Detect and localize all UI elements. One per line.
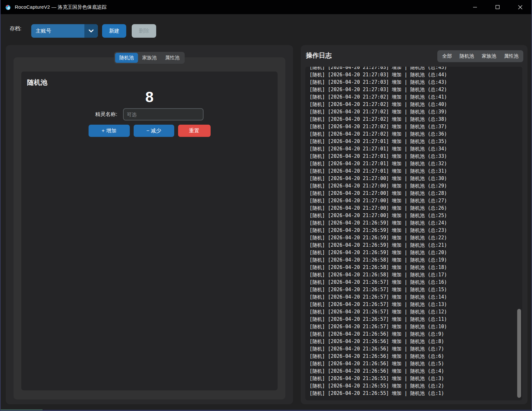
log-line: [随机] [2026-04-20 21:26:56] 增加 | 随机池 (总:6… [309, 353, 522, 360]
log-line: [随机] [2026-04-20 21:27:03] 增加 | 随机池 (总:4… [309, 67, 522, 71]
pool-tab-bar: 随机池家族池属性池 [114, 52, 185, 64]
log-line: [随机] [2026-04-20 21:27:01] 增加 | 随机池 (总:3… [309, 153, 522, 160]
log-line: [随机] [2026-04-20 21:26:57] 增加 | 随机池 (总:1… [309, 323, 522, 330]
filter-family-pool[interactable]: 家族池 [478, 51, 500, 61]
maximize-button[interactable] [486, 0, 509, 14]
pool-card-title: 随机池 [27, 78, 47, 87]
log-line: [随机] [2026-04-20 21:26:55] 增加 | 随机池 (总:1… [309, 390, 522, 397]
chevron-down-icon [84, 24, 98, 38]
pool-tab-frame: 随机池 8 精灵名称: + 增加 − 减少 重置 [14, 57, 285, 399]
log-line: [随机] [2026-04-20 21:27:03] 增加 | 随机池 (总:4… [309, 79, 522, 86]
log-filter-bar: 全部随机池家族池属性池 [437, 50, 523, 62]
log-line: [随机] [2026-04-20 21:27:00] 增加 | 随机池 (总:2… [309, 182, 522, 190]
log-line: [随机] [2026-04-20 21:27:02] 增加 | 随机池 (总:3… [309, 116, 522, 123]
log-line: [随机] [2026-04-20 21:26:56] 增加 | 随机池 (总:8… [309, 338, 522, 345]
log-line: [随机] [2026-04-20 21:26:56] 增加 | 随机池 (总:5… [309, 360, 522, 368]
decrease-button[interactable]: − 减少 [134, 125, 174, 137]
tab-family-pool[interactable]: 家族池 [138, 53, 161, 63]
log-line: [随机] [2026-04-20 21:26:57] 增加 | 随机池 (总:1… [309, 301, 522, 308]
log-line: [随机] [2026-04-20 21:27:03] 增加 | 随机池 (总:4… [309, 71, 522, 79]
sprite-name-label: 精灵名称: [95, 111, 117, 118]
log-line: [随机] [2026-04-20 21:26:56] 增加 | 随机池 (总:4… [309, 368, 522, 375]
log-title: 操作日志 [306, 51, 332, 60]
log-line: [随机] [2026-04-20 21:27:00] 增加 | 随机池 (总:2… [309, 190, 522, 197]
filter-random-pool[interactable]: 随机池 [456, 51, 478, 61]
log-line: [随机] [2026-04-20 21:26:57] 增加 | 随机池 (总:1… [309, 316, 522, 323]
new-archive-button[interactable]: 新建 [102, 24, 126, 38]
pool-panel: 随机池家族池属性池 随机池 8 精灵名称: + 增加 − 减少 重置 [6, 45, 293, 404]
reset-button[interactable]: 重置 [178, 125, 211, 137]
log-line: [随机] [2026-04-20 21:26:58] 增加 | 随机池 (总:1… [309, 264, 522, 271]
log-line: [随机] [2026-04-20 21:27:01] 增加 | 随机池 (总:3… [309, 138, 522, 145]
archive-select[interactable]: 主账号 [31, 24, 98, 38]
log-line: [随机] [2026-04-20 21:26:58] 增加 | 随机池 (总:1… [309, 256, 522, 264]
pool-counter: 8 [21, 88, 278, 106]
random-pool-card: 随机池 8 精灵名称: + 增加 − 减少 重置 [21, 72, 278, 390]
taskbar-edge-artifact [1, 409, 43, 410]
log-line: [随机] [2026-04-20 21:27:02] 增加 | 随机池 (总:3… [309, 108, 522, 116]
tab-attribute-pool[interactable]: 属性池 [161, 53, 184, 63]
log-line: [随机] [2026-04-20 21:26:57] 增加 | 随机池 (总:1… [309, 286, 522, 293]
window-bottom-border [1, 410, 531, 410]
log-line: [随机] [2026-04-20 21:26:59] 增加 | 随机池 (总:2… [309, 242, 522, 249]
log-area[interactable]: [随机] [2026-04-20 21:27:03] 增加 | 随机池 (总:4… [305, 67, 522, 400]
log-line: [随机] [2026-04-20 21:27:01] 增加 | 随机池 (总:3… [309, 145, 522, 153]
log-line: [随机] [2026-04-20 21:27:01] 增加 | 随机池 (总:3… [309, 160, 522, 167]
minimize-button[interactable] [464, 0, 486, 14]
log-line: [随机] [2026-04-20 21:27:00] 增加 | 随机池 (总:2… [309, 197, 522, 205]
sprite-name-row: 精灵名称: [21, 108, 278, 120]
scrollbar-thumb[interactable] [517, 309, 521, 398]
log-line: [随机] [2026-04-20 21:27:03] 增加 | 随机池 (总:4… [309, 86, 522, 93]
log-line: [随机] [2026-04-20 21:26:57] 增加 | 随机池 (总:1… [309, 279, 522, 286]
log-line: [随机] [2026-04-20 21:27:00] 增加 | 随机池 (总:2… [309, 212, 522, 219]
tab-random-pool[interactable]: 随机池 [115, 53, 138, 63]
delete-archive-button[interactable]: 删除 [132, 24, 156, 38]
log-line: [随机] [2026-04-20 21:27:00] 增加 | 随机池 (总:3… [309, 175, 522, 182]
log-line: [随机] [2026-04-20 21:26:59] 增加 | 随机池 (总:2… [309, 234, 522, 242]
archive-select-value: 主账号 [31, 28, 84, 34]
log-line: [随机] [2026-04-20 21:27:02] 增加 | 随机池 (总:3… [309, 130, 522, 138]
log-line: [随机] [2026-04-20 21:27:02] 增加 | 随机池 (总:4… [309, 101, 522, 108]
log-line: [随机] [2026-04-20 21:26:56] 增加 | 随机池 (总:7… [309, 345, 522, 353]
log-line: [随机] [2026-04-20 21:27:01] 增加 | 随机池 (总:3… [309, 167, 522, 175]
sprite-name-input[interactable] [123, 108, 204, 120]
log-line: [随机] [2026-04-20 21:26:59] 增加 | 随机池 (总:2… [309, 219, 522, 227]
log-line: [随机] [2026-04-20 21:26:59] 增加 | 随机池 (总:2… [309, 227, 522, 234]
log-lines: [随机] [2026-04-20 21:27:03] 增加 | 随机池 (总:4… [305, 67, 522, 397]
log-line: [随机] [2026-04-20 21:26:57] 增加 | 随机池 (总:1… [309, 308, 522, 316]
archive-toolbar: 存档: 主账号 新建 删除 [1, 21, 531, 40]
window-controls [464, 0, 531, 14]
log-line: [随机] [2026-04-20 21:26:55] 增加 | 随机池 (总:2… [309, 382, 522, 390]
log-line: [随机] [2026-04-20 21:26:59] 增加 | 随机池 (总:2… [309, 249, 522, 256]
close-button[interactable] [509, 0, 531, 14]
log-line: [随机] [2026-04-20 21:26:58] 增加 | 随机池 (总:1… [309, 271, 522, 279]
log-line: [随机] [2026-04-20 21:27:02] 增加 | 随机池 (总:3… [309, 123, 522, 130]
archive-label: 存档: [10, 25, 21, 32]
app-window: RocoCaptureV2 — 洛克王国异色保底追踪 存档: 主账号 新建 删除… [0, 0, 532, 411]
log-panel: 操作日志 全部随机池家族池属性池 [随机] [2026-04-20 21:27:… [301, 45, 527, 404]
log-line: [随机] [2026-04-20 21:26:57] 增加 | 随机池 (总:1… [309, 293, 522, 301]
log-line: [随机] [2026-04-20 21:26:55] 增加 | 随机池 (总:3… [309, 375, 522, 382]
increase-button[interactable]: + 增加 [89, 125, 130, 137]
pool-actions-row: + 增加 − 减少 重置 [21, 125, 278, 137]
log-line: [随机] [2026-04-20 21:27:02] 增加 | 随机池 (总:4… [309, 93, 522, 101]
window-title: RocoCaptureV2 — 洛克王国异色保底追踪 [15, 4, 107, 10]
log-line: [随机] [2026-04-20 21:27:00] 增加 | 随机池 (总:2… [309, 205, 522, 212]
title-bar: RocoCaptureV2 — 洛克王国异色保底追踪 [1, 0, 531, 14]
app-icon [5, 4, 12, 11]
filter-attribute-pool[interactable]: 属性池 [500, 51, 522, 61]
log-line: [随机] [2026-04-20 21:26:56] 增加 | 随机池 (总:9… [309, 330, 522, 338]
filter-all[interactable]: 全部 [438, 51, 456, 61]
